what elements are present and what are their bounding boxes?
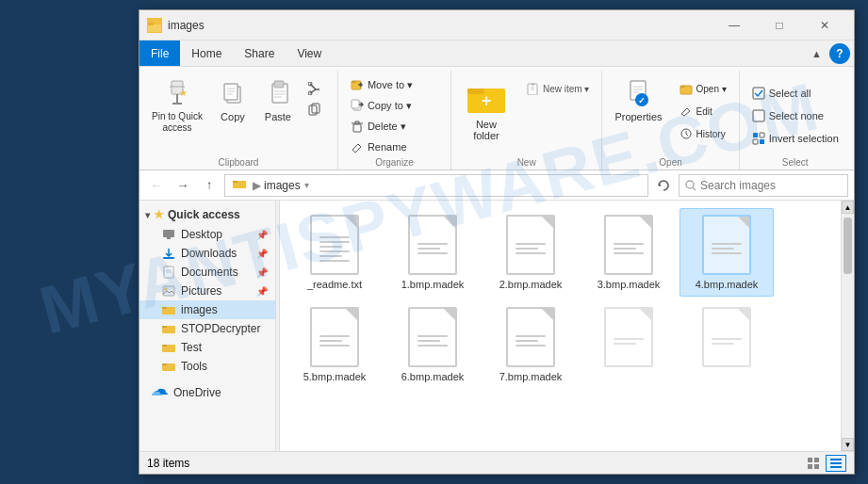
file-item-readme[interactable]: _readme.txt: [287, 208, 382, 297]
grid-view-button[interactable]: [803, 455, 824, 472]
ribbon-organize-group: Move to ▾ Copy to ▾ Delete ▾ Rename: [338, 71, 451, 169]
cut-button[interactable]: [302, 78, 332, 99]
file-name-5bmp: 5.bmp.madek: [303, 371, 367, 382]
copy-path-button[interactable]: [302, 99, 332, 120]
paste-button[interactable]: Paste: [256, 74, 300, 127]
address-path[interactable]: ▶ images ▾: [224, 174, 648, 197]
refresh-button[interactable]: [652, 174, 675, 197]
address-dropdown-arrow[interactable]: ▾: [304, 180, 309, 190]
select-all-button[interactable]: Select all: [745, 83, 845, 104]
new-folder-button[interactable]: + Newfolder: [457, 74, 516, 146]
select-none-button[interactable]: Select none: [745, 105, 845, 126]
back-button[interactable]: ←: [145, 174, 168, 197]
rename-button[interactable]: Rename: [344, 137, 419, 157]
svg-rect-1: [148, 24, 161, 32]
sidebar-item-onedrive[interactable]: OneDrive: [139, 383, 275, 402]
file-icon-4bmp: [702, 215, 751, 275]
svg-text:★: ★: [179, 88, 188, 98]
help-button[interactable]: ?: [829, 43, 850, 64]
list-view-button[interactable]: [826, 455, 846, 472]
up-button[interactable]: ↑: [198, 174, 221, 197]
file-icon-7bmp: [506, 307, 555, 367]
file-item-4bmp[interactable]: 4.bmp.madek: [680, 208, 774, 297]
explorer-window: images — □ ✕ File Home Share View ▲ ?: [139, 9, 855, 475]
pin-indicator: 📌: [256, 230, 268, 240]
ribbon-collapse-button[interactable]: ▲: [808, 46, 826, 61]
sidebar-item-images[interactable]: images: [139, 300, 275, 319]
ribbon-new-group: + Newfolder ✦ New item ▾ New: [451, 71, 602, 169]
file-name-3bmp: 3.bmp.madek: [598, 279, 661, 290]
search-icon: [685, 180, 696, 191]
sidebar-item-stopdecrypter[interactable]: STOPDecrypter: [139, 319, 275, 338]
new-item-button[interactable]: ✦ New item ▾: [519, 78, 596, 99]
history-label: History: [696, 129, 726, 139]
documents-icon: [162, 266, 175, 279]
file-item-7bmp[interactable]: 7.bmp.madek: [483, 300, 578, 389]
file-item-6bmp[interactable]: 6.bmp.madek: [385, 300, 480, 389]
sidebar-item-desktop[interactable]: Desktop 📌: [139, 225, 275, 244]
forward-button[interactable]: →: [172, 174, 194, 197]
history-button[interactable]: History: [673, 123, 733, 144]
svg-rect-63: [163, 286, 174, 296]
menu-file[interactable]: File: [139, 40, 180, 66]
pictures-icon: [162, 284, 175, 298]
file-item-9bmp[interactable]: [680, 300, 774, 389]
copy-button[interactable]: Copy: [211, 74, 254, 127]
svg-rect-73: [808, 458, 812, 462]
pin-quick-access-label: Pin to Quickaccess: [152, 111, 203, 134]
svg-rect-49: [753, 133, 758, 137]
svg-rect-51: [753, 139, 758, 144]
sidebar-item-downloads[interactable]: Downloads 📌: [139, 244, 275, 263]
delete-button[interactable]: Delete ▾: [344, 116, 419, 137]
organize-label: Organize: [344, 157, 445, 169]
scroll-down-button[interactable]: ▼: [842, 438, 854, 451]
svg-rect-59: [163, 257, 174, 259]
delete-label: Delete ▾: [368, 121, 406, 133]
svg-point-64: [165, 288, 168, 291]
search-input[interactable]: [700, 179, 842, 192]
file-icon-9bmp: [702, 307, 751, 367]
close-button[interactable]: ✕: [803, 12, 846, 39]
minimize-button[interactable]: —: [712, 12, 756, 39]
menu-view[interactable]: View: [286, 40, 333, 66]
sidebar-downloads-label: Downloads: [181, 247, 237, 260]
menu-share[interactable]: Share: [233, 40, 286, 66]
sidebar-images-label: images: [181, 303, 218, 316]
move-to-button[interactable]: Move to ▾: [344, 74, 419, 95]
invert-selection-button[interactable]: Invert selection: [745, 128, 845, 149]
copy-icon: [218, 79, 248, 109]
file-item-3bmp[interactable]: 3.bmp.madek: [581, 208, 676, 297]
pin-indicator3: 📌: [256, 267, 268, 278]
properties-button[interactable]: ✓ Properties: [608, 74, 668, 127]
svg-rect-23: [352, 81, 356, 83]
sidebar-desktop-label: Desktop: [181, 228, 222, 241]
paste-icon: [263, 79, 293, 109]
sidebar-item-documents[interactable]: Documents 📌: [139, 263, 275, 282]
file-item-1bmp[interactable]: 1.bmp.madek: [385, 208, 480, 297]
sidebar-test-label: Test: [181, 341, 202, 354]
file-icon-8bmp: [604, 307, 653, 367]
open-button[interactable]: Open ▾: [673, 78, 733, 99]
copy-to-button[interactable]: Copy to ▾: [344, 95, 419, 116]
edit-button[interactable]: Edit: [673, 101, 733, 121]
pin-quick-access-button[interactable]: ★ Pin to Quickaccess: [145, 74, 209, 138]
scroll-thumb[interactable]: [843, 218, 852, 274]
open-label: Open: [608, 157, 732, 169]
svg-rect-68: [162, 326, 167, 328]
file-item-2bmp[interactable]: 2.bmp.madek: [483, 208, 578, 297]
sidebar-item-test[interactable]: Test: [139, 338, 275, 357]
file-item-5bmp[interactable]: 5.bmp.madek: [287, 300, 382, 389]
file-item-8bmp[interactable]: [581, 300, 676, 389]
star-icon: ★: [154, 208, 164, 221]
svg-rect-76: [814, 464, 819, 469]
sidebar-item-pictures[interactable]: Pictures 📌: [139, 282, 275, 300]
scroll-up-button[interactable]: ▲: [842, 201, 854, 214]
sidebar-item-tools[interactable]: Tools: [139, 357, 275, 376]
svg-point-55: [686, 181, 694, 188]
maximize-button[interactable]: □: [758, 12, 801, 39]
quick-access-header[interactable]: ▾ ★ Quick access: [139, 204, 275, 225]
scrollbar[interactable]: ▲ ▼: [841, 201, 854, 451]
menu-home[interactable]: Home: [180, 40, 233, 66]
ribbon: ★ Pin to Quickaccess: [139, 67, 854, 170]
ribbon-clipboard-group: ★ Pin to Quickaccess: [139, 71, 338, 169]
